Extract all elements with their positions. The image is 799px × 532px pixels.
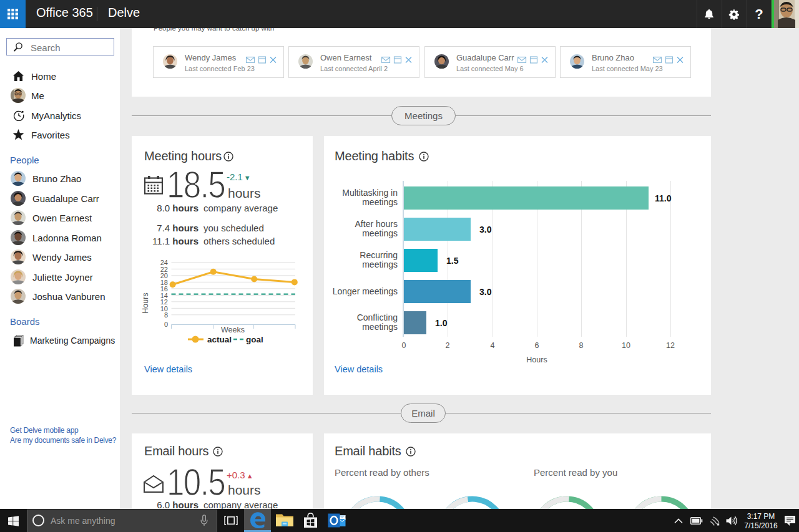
svg-text:0: 0	[164, 321, 168, 328]
svg-text:Hours: Hours	[141, 293, 150, 313]
svg-text:8: 8	[164, 311, 168, 319]
svg-text:Weeks: Weeks	[221, 326, 245, 334]
svg-text:goal: goal	[246, 335, 263, 344]
svg-text:actual: actual	[207, 335, 232, 344]
